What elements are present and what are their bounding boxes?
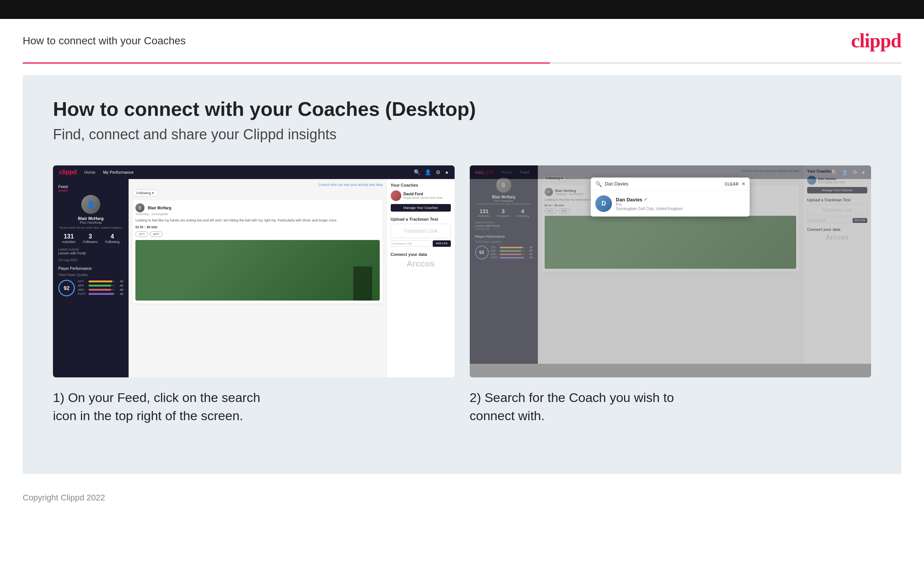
profile-name: Blair McHarg (58, 216, 123, 221)
performance-bars: OTT90 APP85 ARG86 PUTT96 (78, 280, 123, 296)
following-button[interactable]: Following ▾ (133, 190, 158, 196)
connect-title: Connect your data (391, 252, 451, 257)
performance-section: Player Performance Total Player Quality … (58, 266, 123, 296)
following-row: Following ▾ (133, 190, 383, 196)
step1-label: 1) On your Feed, click on the search ico… (53, 390, 260, 423)
post-avatar: B (135, 203, 144, 212)
post-header: B Blair McHarg Yesterday · Sunningdale (135, 203, 380, 216)
left-screen: clippd Home My Performance 🔍 👤 ⚙ ● (53, 166, 455, 377)
post-buttons: OTT APP (135, 231, 380, 237)
top-bar (0, 0, 924, 19)
activities-count: 131 (62, 233, 76, 240)
upload-title: Upload a Trackman Test (391, 217, 451, 221)
golfer-silhouette (353, 266, 372, 300)
feed-middle: Control who can see your activity and da… (129, 179, 387, 377)
divider (23, 62, 901, 63)
coach-item: David Ford Royal North Devon Golf Club (391, 190, 451, 201)
footer: Copyright Clippd 2022 (0, 485, 924, 510)
trackman-placeholder: Trackman Link (395, 228, 447, 234)
control-link[interactable]: Control who can see your activity and da… (133, 183, 383, 187)
arccos-brand: Arccos (391, 259, 451, 269)
search-overlay: 🔍 Dan Davies CLEAR × D Dan Davies ✓ (591, 177, 750, 216)
followers-count: 3 (83, 233, 97, 240)
main-subtitle: Find, connect and share your Clippd insi… (53, 127, 871, 143)
score-row: 92 OTT90 APP85 ARG86 PUTT96 (58, 280, 123, 296)
trackman-input[interactable]: Trackman Link (391, 240, 432, 247)
logo: clippd (851, 29, 901, 52)
header: How to connect with your Coaches clippd (0, 19, 924, 62)
close-button[interactable]: × (742, 180, 745, 187)
activities-label: Activities (62, 240, 76, 244)
post-author: Blair McHarg (148, 206, 172, 210)
coaches-title: Your Coaches (391, 183, 451, 187)
step2-label: 2) Search for the Coach you wish to conn… (470, 390, 674, 423)
clear-button[interactable]: CLEAR (725, 182, 739, 186)
post-duration: 01 hr : 30 min (135, 225, 380, 229)
post-sub: Yesterday · Sunningdale (135, 212, 380, 216)
profile-location: Royal North Devon Golf Club, United King… (58, 226, 123, 229)
latest-activity-date: 03 Aug 2022 (58, 258, 123, 262)
latest-activity-label: Latest Activity (58, 248, 123, 251)
right-coaches-dimmed: Your Coaches Dan Davies Sunningdale Golf… (803, 166, 871, 364)
left-body: Feed 👤 Blair McHarg Plus Handicap Royal … (53, 179, 455, 377)
profile-icon[interactable]: 👤 (425, 169, 431, 175)
post-body: Looking to feel like my hands are exitin… (135, 218, 380, 223)
post-photo (135, 240, 380, 300)
result-role: Pro (616, 203, 683, 207)
perf-title: Player Performance (58, 266, 123, 271)
right-screen: clippd Home Feed 🔍 👤 ⚙ ● (470, 166, 871, 377)
screenshot-right: clippd Home Feed 🔍 👤 ⚙ ● (470, 166, 871, 377)
nav-my-performance[interactable]: My Performance (103, 170, 134, 174)
ott-button[interactable]: OTT (135, 231, 148, 237)
profile-image: 👤 (81, 195, 100, 214)
latest-activity-val: Lesson with Fordy (58, 251, 123, 255)
left-nav: clippd Home My Performance 🔍 👤 ⚙ ● (53, 166, 455, 179)
profile-stats: 131 Activities 3 Followers 4 Following (58, 233, 123, 244)
app-button[interactable]: APP (150, 231, 163, 237)
copyright: Copyright Clippd 2022 (23, 493, 105, 502)
result-name: Dan Davies ✓ (616, 197, 683, 203)
right-sidebar-dimmed: Feed B Blair McHarg Plus Handicap Royal … (470, 166, 538, 364)
screenshot-right-col: clippd Home Feed 🔍 👤 ⚙ ● (470, 166, 871, 425)
add-link-button[interactable]: Add Link (433, 240, 450, 247)
result-club: Sunningdale Golf Club, United Kingdom (616, 207, 683, 211)
following-label: Following ▾ (136, 191, 154, 195)
screenshot-left: clippd Home My Performance 🔍 👤 ⚙ ● (53, 166, 455, 377)
coach-name: David Ford (404, 192, 443, 196)
following-count: 4 (105, 233, 120, 240)
search-bar: 🔍 Dan Davies CLEAR × (591, 177, 750, 191)
search-input[interactable]: Dan Davies (605, 181, 722, 187)
profile-section: 👤 Blair McHarg Plus Handicap Royal North… (58, 195, 123, 229)
result-info: Dan Davies ✓ Pro Sunningdale Golf Club, … (616, 197, 683, 211)
nav-home[interactable]: Home (84, 170, 95, 174)
manage-coaches-button[interactable]: Manage Your Coaches (391, 204, 451, 212)
followers-label: Followers (83, 240, 97, 244)
left-sidebar: Feed 👤 Blair McHarg Plus Handicap Royal … (53, 179, 129, 377)
step1-text: 1) On your Feed, click on the search ico… (53, 389, 455, 425)
coach-club: Royal North Devon Golf Club (404, 196, 443, 200)
page-title: How to connect with your Coaches (23, 35, 186, 47)
nav-logo: clippd (59, 169, 77, 175)
post-card: B Blair McHarg Yesterday · Sunningdale L… (133, 200, 383, 304)
screenshot-left-col: clippd Home My Performance 🔍 👤 ⚙ ● (53, 166, 455, 425)
trackman-box: Trackman Link (391, 224, 451, 238)
avatar-icon[interactable]: ● (445, 169, 448, 175)
verified-icon: ✓ (644, 197, 647, 202)
result-avatar: D (596, 195, 612, 212)
main-content: How to connect with your Coaches (Deskto… (23, 75, 901, 474)
add-link-row: Trackman Link Add Link (391, 240, 451, 247)
circle-score: 92 (58, 280, 75, 296)
feed-label: Feed (58, 184, 68, 191)
perf-subtitle: Total Player Quality (58, 273, 123, 277)
settings-icon[interactable]: ⚙ (436, 169, 441, 175)
main-title: How to connect with your Coaches (Deskto… (53, 97, 871, 120)
search-icon-overlay: 🔍 (596, 181, 602, 187)
profile-handicap: Plus Handicap (58, 221, 123, 224)
following-label: Following (105, 240, 120, 244)
search-result-item[interactable]: D Dan Davies ✓ Pro Sunningdale Golf Club… (591, 191, 750, 216)
nav-icons: 🔍 👤 ⚙ ● (414, 169, 448, 175)
coaches-panel: Your Coaches David Ford Royal North Devo… (387, 179, 455, 377)
screenshots-row: clippd Home My Performance 🔍 👤 ⚙ ● (53, 166, 871, 425)
search-icon[interactable]: 🔍 (414, 169, 420, 175)
coach-avatar (391, 190, 401, 201)
